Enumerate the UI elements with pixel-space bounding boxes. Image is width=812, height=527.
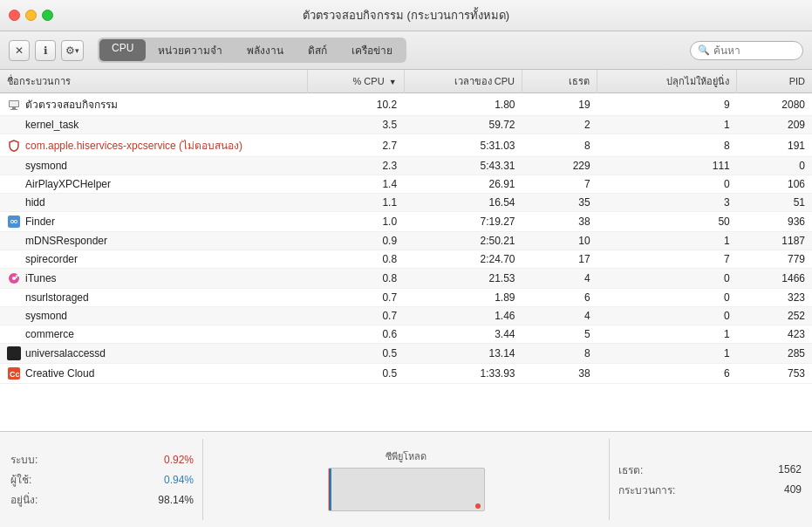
table-cell: 21.53 — [404, 269, 522, 289]
table-cell: 19 — [522, 93, 597, 116]
table-cell: 8 — [522, 344, 597, 364]
table-cell: 0.6 — [307, 325, 404, 344]
user-stat-row: ผู้ใช้: 0.94% — [10, 471, 194, 488]
gear-icon: ⚙ — [65, 44, 75, 57]
maximize-button[interactable]: + — [42, 10, 53, 21]
gear-arrow-icon: ▾ — [75, 46, 79, 55]
table-cell: 38 — [522, 364, 597, 384]
tab-energy[interactable]: พลังงาน — [235, 39, 296, 61]
table-cell: 0 — [597, 289, 737, 307]
chart-title: ซีพียูโหลด — [386, 448, 426, 464]
table-row[interactable]: iTunes0.821.53401466 — [0, 269, 812, 289]
process-icon — [7, 139, 21, 153]
table-row[interactable]: com.apple.hiservices-xpcservice (ไม่ตอบส… — [0, 134, 812, 157]
minimize-icon: − — [29, 11, 33, 20]
svg-text:Cc: Cc — [10, 370, 20, 379]
table-cell: 1.80 — [404, 93, 522, 116]
search-box[interactable]: 🔍 — [690, 41, 803, 60]
table-cell: 4 — [522, 269, 597, 289]
table-row[interactable]: nsurlstoraged0.71.8960323 — [0, 289, 812, 307]
table-cell: 1.89 — [404, 289, 522, 307]
table-row[interactable]: universalaccessd0.513.1481285 — [0, 344, 812, 364]
table-row[interactable]: hidd1.116.5435351 — [0, 194, 812, 212]
close-process-button[interactable]: ✕ — [9, 40, 30, 61]
process-name-text: nsurlstoraged — [25, 291, 89, 304]
table-cell: 3 — [597, 194, 737, 212]
stats-left: ระบบ: 0.92% ผู้ใช้: 0.94% อยู่นิ่ง: 98.1… — [10, 439, 202, 520]
process-name-text: Creative Cloud — [25, 367, 94, 380]
table-cell: 1 — [597, 344, 737, 364]
col-header-cpu-time[interactable]: เวลาของ CPU — [404, 70, 522, 93]
tab-disk[interactable]: ดิสก์ — [296, 39, 339, 61]
table-row[interactable]: commerce0.63.4451423 — [0, 325, 812, 344]
table-cell: 8 — [597, 134, 737, 157]
process-table-wrapper: ชื่อกระบวนการ % CPU ▼ เวลาของ CPU เธรต ป… — [0, 70, 812, 431]
table-row[interactable]: kernel_task3.559.7221209 — [0, 116, 812, 134]
process-icon: Cc — [7, 366, 21, 380]
process-name-cell: spirecorder — [0, 250, 307, 269]
table-cell: 5:43.31 — [404, 157, 522, 175]
close-process-icon: ✕ — [15, 44, 24, 57]
process-name-cell: Cc Creative Cloud — [0, 364, 307, 384]
process-name-cell: sysmond — [0, 157, 307, 175]
process-name-text: universalaccessd — [25, 347, 106, 359]
process-name-text: sysmond — [25, 160, 67, 172]
table-cell: 285 — [737, 344, 812, 364]
close-button[interactable]: × — [9, 10, 20, 21]
search-icon: 🔍 — [698, 44, 710, 56]
window-title: ตัวตรวจสอบกิจกรรม (กระบวนการทั้งหมด) — [303, 6, 509, 24]
col-header-threads[interactable]: เธรต — [522, 70, 597, 93]
table-cell: 2.7 — [307, 134, 404, 157]
table-cell: 10 — [522, 232, 597, 250]
table-cell: 3.5 — [307, 116, 404, 134]
table-row[interactable]: spirecorder0.82:24.70177779 — [0, 250, 812, 269]
process-name-text: com.apple.hiservices-xpcservice (ไม่ตอบส… — [25, 137, 242, 154]
col-header-cpu-pct[interactable]: % CPU ▼ — [307, 70, 404, 93]
tab-cpu[interactable]: CPU — [99, 39, 146, 61]
table-cell: 0 — [597, 307, 737, 325]
table-cell: 5:31.03 — [404, 134, 522, 157]
table-row[interactable]: AirPlayXPCHelper1.426.9170106 — [0, 175, 812, 194]
close-icon: × — [12, 11, 17, 20]
table-cell: 26.91 — [404, 175, 522, 194]
table-row[interactable]: sysmond2.35:43.312291110 — [0, 157, 812, 175]
table-row[interactable]: ตัวตรวจสอบกิจกรรม10.21.801992080 — [0, 93, 812, 116]
process-name-cell: com.apple.hiservices-xpcservice (ไม่ตอบส… — [0, 134, 307, 157]
table-row[interactable]: Finder1.07:19.273850936 — [0, 212, 812, 232]
table-cell: 2 — [522, 116, 597, 134]
minimize-button[interactable]: − — [25, 10, 37, 21]
toolbar: ✕ ℹ ⚙ ▾ CPU หน่วยความจำ พลังงาน ดิสก์ เค… — [0, 31, 812, 70]
table-cell: 6 — [522, 289, 597, 307]
process-name-cell: universalaccessd — [0, 344, 307, 364]
col-header-pid[interactable]: PID — [737, 70, 812, 93]
process-name-text: AirPlayXPCHelper — [25, 178, 111, 190]
svg-rect-11 — [16, 275, 17, 278]
idle-label: อยู่นิ่ง: — [10, 491, 38, 508]
table-cell: 1 — [597, 232, 737, 250]
table-row[interactable]: sysmond0.71.4640252 — [0, 307, 812, 325]
system-label: ระบบ: — [10, 451, 38, 468]
search-input[interactable] — [713, 44, 792, 57]
process-name-cell: AirPlayXPCHelper — [0, 175, 307, 194]
process-name-text: ตัวตรวจสอบกิจกรรม — [25, 96, 118, 113]
table-cell: 13.14 — [404, 344, 522, 364]
maximize-icon: + — [45, 11, 50, 20]
col-header-name[interactable]: ชื่อกระบวนการ — [0, 70, 307, 93]
table-cell: 16.54 — [404, 194, 522, 212]
tab-network[interactable]: เครือข่าย — [339, 39, 405, 61]
process-name-cell: commerce — [0, 325, 307, 344]
tab-memory[interactable]: หน่วยความจำ — [146, 39, 235, 61]
user-label: ผู้ใช้: — [10, 471, 31, 488]
col-header-idle-wake[interactable]: ปลุกไม่ให้อยู่นิ่ง — [597, 70, 737, 93]
table-cell: 0.7 — [307, 289, 404, 307]
threads-label: เธรต: — [618, 462, 643, 478]
chart-bar-container — [328, 468, 485, 511]
table-cell: 50 — [597, 212, 737, 232]
table-row[interactable]: Cc Creative Cloud0.51:33.93386753 — [0, 364, 812, 384]
table-row[interactable]: mDNSResponder0.92:50.211011187 — [0, 232, 812, 250]
table-cell: 1.46 — [404, 307, 522, 325]
process-name-text: hidd — [25, 196, 45, 209]
process-icon — [7, 271, 21, 285]
info-button[interactable]: ℹ — [35, 40, 56, 61]
gear-button[interactable]: ⚙ ▾ — [61, 40, 84, 61]
